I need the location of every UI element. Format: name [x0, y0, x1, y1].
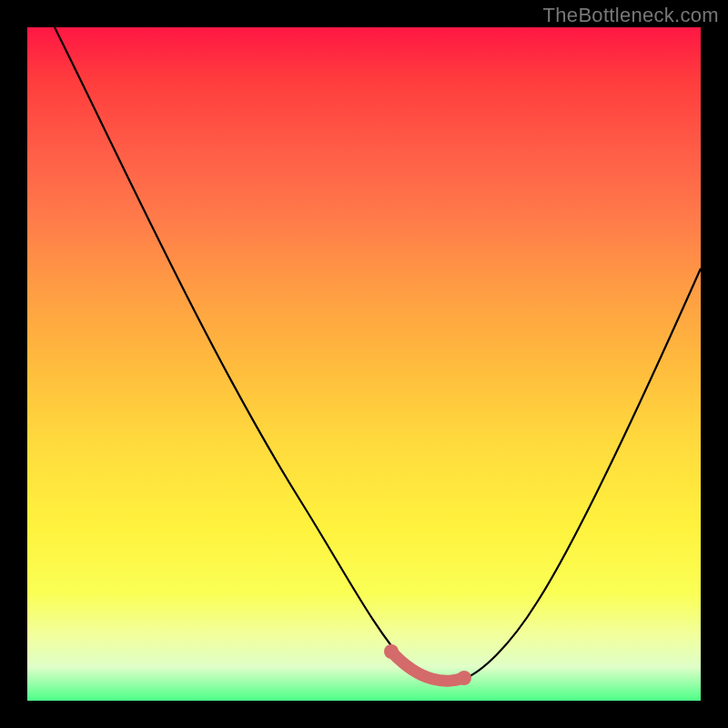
plot-area — [27, 27, 701, 701]
watermark-text: TheBottleneck.com — [543, 4, 719, 27]
highlight-end-dot — [457, 671, 471, 685]
curve-svg — [27, 27, 701, 701]
bottleneck-curve — [55, 27, 701, 681]
highlight-segment — [391, 652, 464, 681]
